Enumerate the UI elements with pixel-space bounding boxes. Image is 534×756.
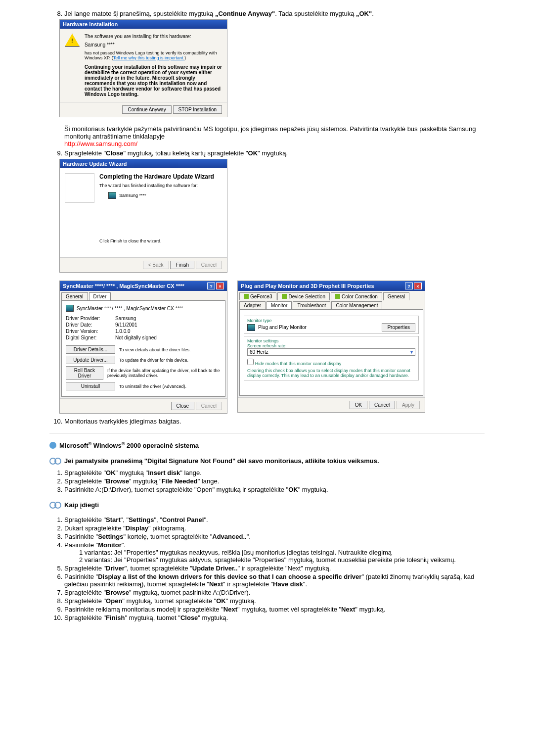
sec2-title-c: 2000 operacinė sistema	[125, 442, 199, 449]
section-divider	[49, 433, 485, 433]
uninstall-button[interactable]: Uninstall	[66, 382, 115, 390]
step-8: Jei lange matote šį pranešimą, spustelėk…	[64, 10, 485, 17]
list2-item3: Pasirinkite "Settings" kortelę, tuomet s…	[64, 533, 485, 540]
tab-color-correction[interactable]: Color Correction	[331, 292, 382, 300]
list1-item2: Spragtelėkite "Browse" mygtuką "File Nee…	[64, 477, 485, 485]
tab-adapter[interactable]: Adapter	[239, 301, 266, 309]
finish-button[interactable]: Finish	[170, 261, 194, 269]
list2-item1: Spragtelėkite "Start", "Settings", "Cont…	[64, 516, 485, 523]
continue-anyway-button[interactable]: Continue Anyway	[122, 105, 171, 114]
variant1-label: 1 variantas:	[79, 549, 112, 556]
list2-item10: Spragtelėkite "Finish" mygtuką, tuomet "…	[64, 614, 485, 621]
hide-modes-hint: Clearing this check box allows you to se…	[247, 368, 415, 378]
monitor-icon	[247, 324, 255, 331]
monitor-icon	[66, 305, 74, 312]
sec2-title-a: Microsoft	[59, 442, 89, 449]
hide-modes-checkbox[interactable]	[247, 359, 254, 365]
ordered-list-main: Jei lange matote šį pranešimą, spustelėk…	[49, 10, 485, 17]
dialog1-titlebar: Hardware Installation	[60, 20, 227, 29]
list1-item3: Pasirinkite A:(D:\Driver), tuomet spragt…	[64, 486, 485, 493]
tab-driver[interactable]: Driver	[89, 292, 111, 300]
nvidia-icon	[244, 294, 249, 299]
close-icon[interactable]: ×	[216, 283, 224, 289]
dlg1-device: Samsung ****	[85, 42, 222, 47]
step8-dot: .	[372, 10, 374, 17]
gear-icon	[49, 500, 61, 509]
refresh-dropdown[interactable]: 60 Hertz ▾	[247, 348, 415, 356]
dialog2-title: Hardware Update Wizard	[63, 161, 127, 167]
dialog3-titlebar: SyncMaster ****/ **** , MagicSyncMaster …	[60, 281, 227, 291]
tab-general[interactable]: General	[61, 292, 88, 300]
list2-item9: Pasirinkite reikiamą monitoriaus modelį …	[64, 606, 485, 613]
dlg2-heading: Completing the Hardware Update Wizard	[99, 173, 222, 180]
dialog4-titlebar: Plug and Play Monitor and 3D Prophet III…	[238, 281, 425, 291]
back-button: < Back	[143, 261, 169, 269]
sign-label: Digital Signer:	[66, 335, 115, 340]
date-value: 9/11/2001	[115, 322, 137, 328]
date-label: Driver Date:	[66, 322, 115, 328]
tab-general2[interactable]: General	[383, 292, 410, 300]
step8-text-b: . Tada spustelėkite mygtuką	[275, 10, 356, 17]
variant1-text: Jei "Properties" mygtukas neaktyvus, rei…	[114, 549, 392, 556]
list-digital-sig: Spragtelėkite "OK" mygtuką "Insert disk"…	[49, 469, 485, 493]
warning-icon: !	[65, 34, 80, 47]
dlg3-header: SyncMaster ****/ **** , MagicSyncMaster …	[77, 306, 183, 311]
subhead1-text: Jei pamatysite pranešimą "Digital Signat…	[64, 457, 379, 465]
subhead2-text: Kaip įdiegti	[64, 501, 99, 509]
sign-value: Not digitally signed	[115, 335, 157, 340]
monitor-type-label: Monitor type	[247, 318, 415, 323]
list2-item7: Spragtelėkite "Browse" mygtuką, tuomet p…	[64, 589, 485, 596]
variant2-text: Jei "Properties" mygtukas aktyvus, sprag…	[114, 556, 456, 564]
tab-geforce3[interactable]: GeForce3	[239, 292, 276, 300]
dialog4-title: Plug and Play Monitor and 3D Prophet III…	[241, 283, 374, 289]
list2-item4: Pasirinkite "Monitor". 1 variantas: Jei …	[64, 541, 485, 564]
list-install: Spragtelėkite "Start", "Settings", "Cont…	[49, 516, 485, 621]
dialog2-titlebar: Hardware Update Wizard	[60, 159, 227, 168]
dlg1-tellme-link[interactable]: Tell me why this testing is important.	[113, 55, 184, 60]
subhead-how-install: Kaip įdiegti	[49, 500, 485, 509]
ordered-list-step9: Spragtelėkite "Close" mygtuką, toliau ke…	[49, 149, 485, 157]
tab-troubleshoot[interactable]: Troubleshoot	[293, 301, 330, 309]
update-driver-button[interactable]: Update Driver...	[66, 356, 115, 364]
help-icon[interactable]: ?	[405, 283, 413, 289]
rollback-button[interactable]: Roll Back Driver	[66, 366, 103, 380]
close-icon[interactable]: ×	[414, 283, 422, 289]
step8-ok: „OK"	[356, 10, 372, 17]
dlg1-line2b: )	[184, 55, 186, 60]
variant2-label: 2 variantas:	[79, 556, 112, 564]
tab-color-mgmt[interactable]: Color Management	[331, 301, 382, 309]
driver-details-button[interactable]: Driver Details...	[66, 345, 115, 354]
rollback-desc: If the device fails after updating the d…	[107, 368, 221, 378]
stop-installation-button[interactable]: STOP Installation	[173, 105, 222, 114]
ok-button[interactable]: OK	[350, 401, 367, 409]
list2-item2: Dukart spragtelėkite "Display" piktogram…	[64, 524, 485, 532]
provider-label: Driver Provider:	[66, 316, 115, 321]
list1-item1: Spragtelėkite "OK" mygtuką "Insert disk"…	[64, 469, 485, 476]
step9-a: Spragtelėkite "	[64, 149, 106, 157]
details-desc: To view details about the driver files.	[119, 347, 191, 352]
step8-text-a: Jei lange matote šį pranešimą, spustelėk…	[64, 10, 215, 17]
provider-value: Samsung	[115, 316, 136, 321]
nvidia-icon	[282, 294, 287, 299]
uninstall-desc: To uninstall the driver (Advanced).	[119, 384, 186, 389]
tab-device-selection[interactable]: Device Selection	[277, 292, 329, 300]
list2-item5: Spragtelėkite "Driver", tuomet spragtelė…	[64, 565, 485, 572]
ver-label: Driver Version:	[66, 329, 115, 334]
samsung-link[interactable]: http://www.samsung.com/	[64, 140, 137, 147]
section-windows-2000: Microsoft® Windows® 2000 operacinė siste…	[49, 441, 485, 449]
cancel-button-3[interactable]: Cancel	[369, 401, 395, 409]
help-icon[interactable]: ?	[207, 283, 215, 289]
tab-monitor[interactable]: Monitor	[267, 301, 292, 309]
step9-ok: OK	[248, 149, 258, 157]
dlg2-t1: The wizard has finished installing the s…	[99, 183, 222, 188]
properties-button[interactable]: Properties	[382, 323, 415, 331]
ordered-list-step10: Monitoriaus tvarkyklės įdiegimas baigtas…	[49, 418, 485, 425]
dlg2-t2: Click Finish to close the wizard.	[99, 238, 222, 243]
close-button[interactable]: Close	[171, 402, 195, 410]
step9-c: " mygtuką.	[258, 149, 288, 157]
dlg1-warning-text: Continuing your installation of this sof…	[85, 64, 222, 97]
step9-close: Close	[106, 149, 123, 157]
step9-b: " mygtuką, toliau keletą kartų spragtelė…	[124, 149, 248, 157]
monitor-name: Plug and Play Monitor	[258, 325, 307, 330]
refresh-value: 60 Hertz	[250, 349, 268, 355]
